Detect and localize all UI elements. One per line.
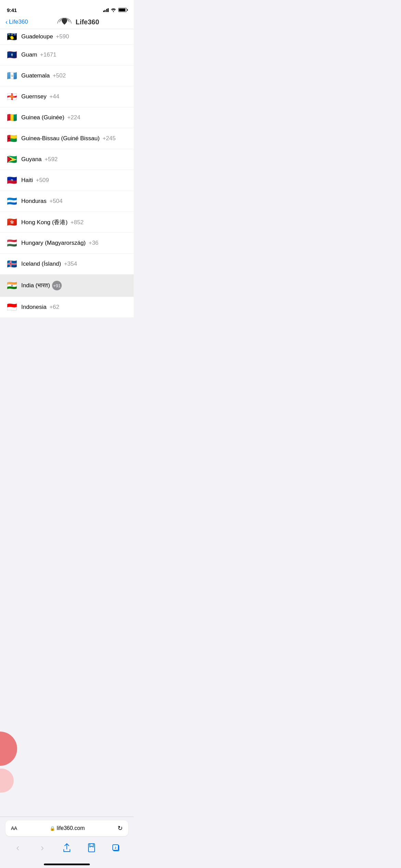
wifi-icon bbox=[111, 8, 116, 12]
country-text: Guatemala +502 bbox=[21, 72, 66, 79]
back-button[interactable]: ‹ Life360 bbox=[5, 19, 28, 26]
flag-icon: 🇭🇺 bbox=[7, 239, 17, 247]
flag-icon: 🇮🇩 bbox=[7, 303, 17, 311]
flag-icon: 🇮🇳 bbox=[7, 281, 17, 290]
signal-bars-icon bbox=[103, 8, 109, 12]
list-item-india[interactable]: 🇮🇳 India (भारत) +91 bbox=[0, 275, 134, 297]
flag-icon: 🇬🇼 bbox=[7, 134, 17, 143]
back-label: Life360 bbox=[9, 19, 28, 25]
list-item[interactable]: 🇬🇳 Guinea (Guinée) +224 bbox=[0, 107, 134, 128]
country-text: Guernsey +44 bbox=[21, 93, 59, 100]
country-text: Guyana +592 bbox=[21, 156, 58, 163]
country-text: Hong Kong (香港) +852 bbox=[21, 218, 84, 226]
battery-icon bbox=[118, 8, 127, 12]
list-item[interactable]: 🇮🇩 Indonesia +62 bbox=[0, 297, 134, 318]
press-overlay: +91 bbox=[52, 281, 62, 290]
country-text: Hungary (Magyarország) +36 bbox=[21, 240, 98, 246]
flag-icon: 🇭🇹 bbox=[7, 176, 17, 184]
list-item-honduras[interactable]: 🇭🇳 Honduras +504 bbox=[0, 191, 134, 212]
nav-title-area: Life360 bbox=[28, 18, 128, 26]
country-text: Guinea-Bissau (Guiné Bissau) +245 bbox=[21, 135, 116, 142]
list-item[interactable]: 🇭🇺 Hungary (Magyarország) +36 bbox=[0, 233, 134, 254]
list-item[interactable]: 🇬🇵 Guadeloupe +590 bbox=[0, 29, 134, 45]
flag-icon: 🇭🇰 bbox=[7, 218, 17, 226]
country-text: Indonesia +62 bbox=[21, 304, 59, 311]
flag-icon: 🇬🇵 bbox=[7, 33, 17, 41]
list-item[interactable]: 🇬🇾 Guyana +592 bbox=[0, 149, 134, 170]
list-item[interactable]: 🇮🇸 Iceland (Ísland) +354 bbox=[0, 254, 134, 275]
flag-icon: 🇬🇬 bbox=[7, 93, 17, 101]
life360-logo-icon bbox=[57, 18, 72, 26]
country-text: India (भारत) +91 bbox=[21, 281, 62, 290]
list-item[interactable]: 🇭🇹 Haiti +509 bbox=[0, 170, 134, 191]
flag-icon: 🇬🇳 bbox=[7, 113, 17, 122]
flag-icon: 🇬🇹 bbox=[7, 72, 17, 80]
life360-title: Life360 bbox=[75, 18, 99, 26]
back-chevron-icon: ‹ bbox=[5, 19, 8, 26]
country-text: Iceland (Ísland) +354 bbox=[21, 261, 77, 267]
list-item[interactable]: 🇬🇼 Guinea-Bissau (Guiné Bissau) +245 bbox=[0, 128, 134, 149]
country-name: Guadeloupe +590 bbox=[21, 33, 69, 40]
nav-bar: ‹ Life360 Life360 bbox=[0, 15, 134, 29]
flag-icon: 🇭🇳 bbox=[7, 197, 17, 205]
status-bar: 9:41 bbox=[0, 0, 134, 15]
country-list: 🇬🇵 Guadeloupe +590 🇬🇺 Guam +1671 🇬🇹 Guat… bbox=[0, 29, 134, 318]
list-item[interactable]: 🇬🇹 Guatemala +502 bbox=[0, 65, 134, 86]
status-icons bbox=[103, 8, 127, 12]
country-text: Guam +1671 bbox=[21, 51, 57, 58]
flag-icon: 🇬🇺 bbox=[7, 51, 17, 59]
country-text: Honduras +504 bbox=[21, 198, 62, 205]
list-item[interactable]: 🇭🇰 Hong Kong (香港) +852 bbox=[0, 212, 134, 233]
list-item[interactable]: 🇬🇬 Guernsey +44 bbox=[0, 86, 134, 107]
list-item[interactable]: 🇬🇺 Guam +1671 bbox=[0, 45, 134, 65]
flag-icon: 🇮🇸 bbox=[7, 260, 17, 268]
country-text: Haiti +509 bbox=[21, 177, 49, 184]
country-text: Guinea (Guinée) +224 bbox=[21, 114, 80, 121]
status-time: 9:41 bbox=[7, 7, 17, 13]
flag-icon: 🇬🇾 bbox=[7, 155, 17, 164]
